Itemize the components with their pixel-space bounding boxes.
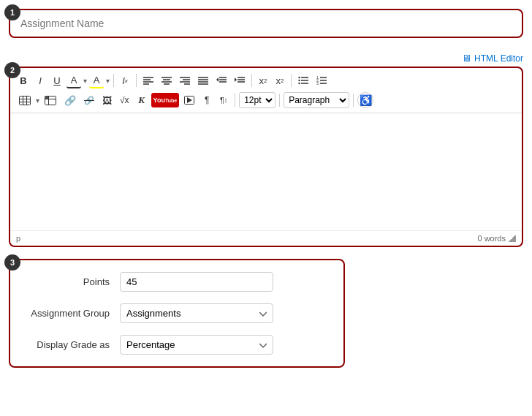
align-left-btn[interactable]	[140, 72, 156, 88]
svg-point-24	[298, 77, 300, 78]
editor-toolbar: B I U A ▾ A ▾ Ix	[10, 68, 522, 113]
assignment-group-select[interactable]: Assignments	[120, 303, 273, 323]
section-1-badge: 1	[4, 4, 20, 20]
underline-btn[interactable]: U	[50, 72, 64, 88]
highlight-btn[interactable]: A	[89, 72, 104, 88]
indent-btn[interactable]	[232, 72, 248, 88]
html-editor-link[interactable]: 🖥 HTML Editor	[9, 50, 523, 67]
html-editor-label[interactable]: HTML Editor	[474, 53, 523, 64]
media-btn[interactable]	[181, 92, 197, 108]
equation-btn[interactable]: √x	[117, 92, 132, 108]
display-grade-label: Display Grade as	[25, 339, 120, 350]
monitor-icon: 🖥	[462, 53, 471, 64]
separator-5	[235, 94, 235, 107]
separator-4	[291, 74, 292, 87]
svg-point-26	[298, 80, 300, 81]
svg-rect-36	[20, 96, 31, 105]
assignment-group-row: Assignment Group Assignments	[25, 303, 329, 323]
separator-1	[113, 74, 114, 87]
toolbar-row-2: ▾ 🔗 🔗 🖼 √x K YouTube ¶ ¶	[16, 92, 516, 108]
font-size-select[interactable]: 12pt 8pt 10pt 14pt 18pt 24pt 36pt	[239, 92, 276, 108]
table-props-btn[interactable]	[42, 92, 59, 108]
clear-format-btn[interactable]: Ix	[118, 72, 132, 88]
display-grade-row: Display Grade as Percentage Complete/Inc…	[25, 335, 329, 355]
italic-btn[interactable]: I	[33, 72, 48, 88]
source-btn[interactable]: ¶↕	[216, 92, 231, 108]
section-3-wrapper: 3 Points Assignment Group Assignments Di…	[9, 259, 523, 368]
superscript-btn[interactable]: x2	[256, 72, 270, 88]
table-dropdown[interactable]: ▾	[36, 97, 39, 105]
resize-handle[interactable]	[509, 235, 516, 242]
align-center-btn[interactable]	[159, 72, 175, 88]
table-btn[interactable]	[16, 92, 34, 108]
align-right-btn[interactable]	[177, 72, 193, 88]
highlight-dropdown[interactable]: ▾	[106, 77, 110, 85]
points-row: Points	[25, 272, 329, 292]
show-blocks-btn[interactable]: ¶	[200, 92, 214, 108]
font-color-dropdown[interactable]: ▾	[83, 77, 87, 85]
points-input[interactable]	[120, 272, 273, 292]
ordered-list-btn[interactable]: 1.2.3.	[314, 72, 330, 88]
image-btn[interactable]: 🖼	[99, 92, 115, 108]
unlink-btn[interactable]: 🔗	[81, 92, 97, 108]
section-1-wrapper: 1	[9, 9, 523, 38]
svg-point-28	[298, 83, 300, 84]
assignment-name-input[interactable]	[20, 18, 512, 29]
link-btn[interactable]: 🔗	[61, 92, 79, 108]
svg-marker-46	[187, 97, 192, 103]
assignment-group-label: Assignment Group	[25, 308, 120, 319]
youtube-icon: YouTube	[153, 97, 178, 104]
separator-6	[279, 94, 280, 107]
toolbar-row-1: B I U A ▾ A ▾ Ix	[16, 72, 516, 88]
section-2-wrapper: 2 B I U A ▾ A ▾ Ix	[9, 67, 523, 247]
display-grade-select[interactable]: Percentage Complete/Incomplete Points Le…	[120, 335, 273, 355]
klatex-btn[interactable]: K	[134, 92, 149, 108]
separator-7	[353, 94, 354, 107]
editor-content-area[interactable]	[10, 113, 522, 230]
rich-text-editor-box: B I U A ▾ A ▾ Ix	[9, 67, 523, 247]
font-color-btn[interactable]: A	[66, 72, 81, 88]
youtube-btn[interactable]: YouTube	[151, 93, 180, 107]
section-2-badge: 2	[4, 62, 20, 78]
svg-marker-19	[216, 77, 218, 82]
section-3-badge: 3	[4, 254, 20, 271]
separator-3	[251, 74, 252, 87]
paragraph-style-select[interactable]: Paragraph Heading 1 Heading 2 Heading 3 …	[284, 92, 349, 108]
editor-footer: p 0 words	[10, 230, 522, 246]
unordered-list-btn[interactable]	[295, 72, 311, 88]
points-label: Points	[25, 276, 120, 287]
outdent-btn[interactable]	[213, 72, 229, 88]
accessibility-btn[interactable]: ♿	[357, 92, 373, 108]
align-justify-btn[interactable]	[195, 72, 211, 88]
separator-2	[136, 74, 137, 87]
svg-text:3.: 3.	[316, 81, 319, 85]
subscript-btn[interactable]: x2	[273, 72, 287, 88]
assignment-name-box	[9, 9, 523, 38]
word-count: 0 words	[477, 234, 506, 243]
svg-rect-42	[45, 96, 49, 99]
editor-tag-indicator: p	[16, 234, 20, 243]
settings-box: Points Assignment Group Assignments Disp…	[9, 259, 345, 368]
svg-marker-23	[235, 77, 237, 82]
